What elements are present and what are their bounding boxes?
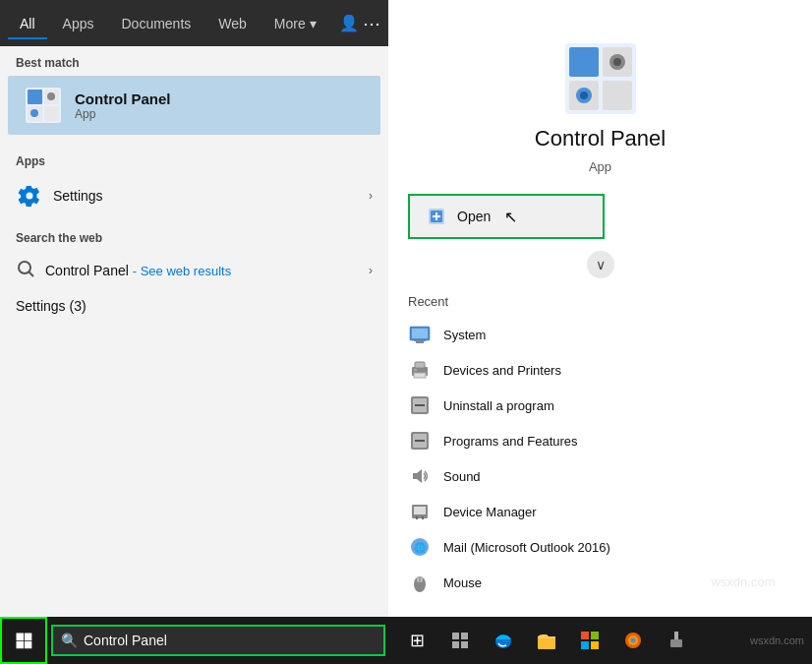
svg-text:wsxdn.com: wsxdn.com xyxy=(710,574,775,589)
svg-rect-52 xyxy=(581,632,589,639)
system-label: System xyxy=(443,328,486,342)
svg-point-13 xyxy=(613,58,621,66)
recent-device-manager[interactable]: Device Manager xyxy=(388,494,812,529)
best-match-control-panel[interactable]: Control Panel App xyxy=(8,76,380,135)
app-type: App xyxy=(589,159,611,174)
search-web-item[interactable]: Control Panel - See web results › xyxy=(0,251,388,290)
taskbar-search-input[interactable] xyxy=(84,633,376,648)
svg-rect-38 xyxy=(414,507,426,514)
control-panel-icon-large xyxy=(561,39,640,118)
open-label: Open xyxy=(457,209,491,224)
svg-rect-46 xyxy=(452,633,459,639)
search-web-label: Search the web xyxy=(0,221,388,251)
svg-line-8 xyxy=(29,272,34,277)
uninstall-label: Uninstall a program xyxy=(443,398,554,413)
open-btn-container: Open ↖ xyxy=(388,194,812,239)
tab-all[interactable]: All xyxy=(8,8,47,39)
svg-rect-32 xyxy=(415,404,425,406)
tab-documents[interactable]: Documents xyxy=(109,8,203,39)
search-web-icon xyxy=(16,259,35,282)
task-view-button[interactable]: ⊞ xyxy=(397,621,436,660)
watermark-overlay: wsxdn.com xyxy=(684,557,802,610)
taskbar-icons: ⊞ xyxy=(397,621,696,660)
taskbar-search[interactable]: 🔍 xyxy=(51,625,385,656)
recent-programs-features[interactable]: Programs and Features xyxy=(388,423,812,458)
settings-label: Settings xyxy=(53,188,359,204)
start-button[interactable] xyxy=(0,617,47,664)
open-button[interactable]: Open ↖ xyxy=(408,194,605,239)
svg-rect-49 xyxy=(461,641,468,648)
svg-rect-27 xyxy=(414,369,417,371)
programs-features-icon xyxy=(408,429,432,453)
search-web-main: Control Panel - See web results xyxy=(45,263,231,278)
svg-rect-47 xyxy=(461,633,468,639)
devices-printers-label: Devices and Printers xyxy=(443,363,561,378)
watermark-label: wsxdn.com xyxy=(750,634,804,646)
svg-rect-29 xyxy=(414,373,426,378)
expand-button[interactable]: ∨ xyxy=(388,247,812,282)
firefox-icon[interactable] xyxy=(613,621,653,660)
svg-rect-60 xyxy=(670,639,682,647)
more-options-icon[interactable]: ⋯ xyxy=(363,13,380,34)
svg-rect-54 xyxy=(581,641,589,649)
taskbar-manager-icon[interactable] xyxy=(440,621,480,660)
svg-point-3 xyxy=(47,92,55,100)
recent-devices-printers[interactable]: Devices and Printers xyxy=(388,352,812,388)
cursor-icon: ↖ xyxy=(504,208,517,226)
tab-web[interactable]: Web xyxy=(206,8,259,39)
taskbar-search-icon: 🔍 xyxy=(61,633,78,648)
svg-rect-10 xyxy=(569,47,599,77)
taskbar-right: wsxdn.com xyxy=(750,634,812,646)
usb-device-icon[interactable] xyxy=(657,621,696,660)
svg-marker-36 xyxy=(413,469,422,483)
search-web-arrow-icon: › xyxy=(369,264,373,277)
settings-icon xyxy=(16,182,43,210)
chevron-down-icon: ▾ xyxy=(310,16,317,31)
mouse-icon xyxy=(408,571,432,594)
taskbar: 🔍 ⊞ xyxy=(0,617,812,664)
svg-rect-21 xyxy=(435,212,437,220)
svg-point-7 xyxy=(19,262,30,273)
svg-rect-24 xyxy=(416,341,424,343)
svg-rect-25 xyxy=(414,340,426,341)
best-match-info: Control Panel App xyxy=(75,91,171,121)
best-match-title: Control Panel xyxy=(75,91,171,107)
windows-store-icon[interactable] xyxy=(570,621,609,660)
control-panel-icon-small xyxy=(24,86,63,125)
best-match-label: Best match xyxy=(0,46,388,76)
recent-sound[interactable]: Sound xyxy=(388,458,812,494)
svg-rect-15 xyxy=(603,81,632,110)
svg-rect-55 xyxy=(591,641,599,649)
apps-section: Apps Settings › xyxy=(0,135,388,221)
settings-app-item[interactable]: Settings › xyxy=(0,174,388,217)
tab-apps[interactable]: Apps xyxy=(51,8,106,39)
start-menu: All Apps Documents Web More ▾ 👤 ⋯ Best m… xyxy=(0,0,812,617)
settings-arrow-icon: › xyxy=(369,189,373,203)
tab-more[interactable]: More ▾ xyxy=(262,8,328,39)
right-panel: Control Panel App Open ↖ ∨ xyxy=(388,0,812,617)
svg-rect-5 xyxy=(44,106,59,121)
svg-rect-39 xyxy=(416,516,418,519)
recent-uninstall[interactable]: Uninstall a program xyxy=(388,388,812,423)
best-match-subtitle: App xyxy=(75,107,171,121)
uninstall-icon xyxy=(408,393,432,417)
recent-label: Recent xyxy=(388,290,812,317)
app-title: Control Panel xyxy=(535,126,666,151)
svg-text:🌐: 🌐 xyxy=(414,541,427,554)
settings-count-item[interactable]: Settings (3) xyxy=(0,290,388,322)
svg-point-58 xyxy=(631,638,636,643)
windows-logo-icon xyxy=(14,631,33,650)
svg-rect-48 xyxy=(452,641,459,648)
svg-point-17 xyxy=(580,91,588,99)
recent-system[interactable]: System xyxy=(388,317,812,352)
user-icon[interactable]: 👤 xyxy=(339,14,359,32)
svg-rect-35 xyxy=(415,440,425,442)
programs-features-label: Programs and Features xyxy=(443,434,578,449)
mail-label: Mail (Microsoft Outlook 2016) xyxy=(443,540,610,555)
file-explorer-icon[interactable] xyxy=(527,621,566,660)
chevron-down-icon: ∨ xyxy=(587,251,614,278)
mail-icon: 🌐 xyxy=(408,535,432,559)
sound-icon xyxy=(408,464,432,488)
edge-browser-icon[interactable] xyxy=(484,621,523,660)
svg-rect-53 xyxy=(591,632,599,639)
